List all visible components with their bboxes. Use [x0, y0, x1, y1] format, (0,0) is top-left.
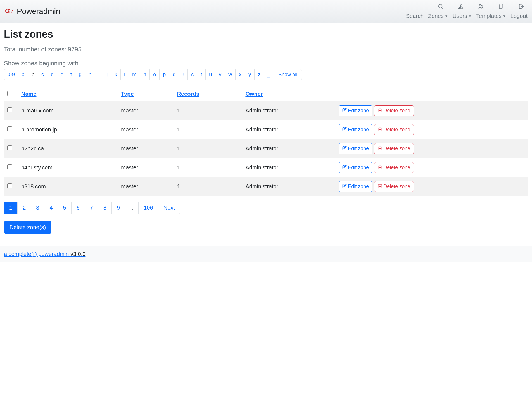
delete-zone-button[interactable]: Delete zone — [374, 143, 414, 154]
filter-q[interactable]: q — [169, 69, 179, 80]
filter-0-9[interactable]: 0-9 — [4, 69, 18, 80]
filter-g[interactable]: g — [75, 69, 85, 80]
filter-d[interactable]: d — [47, 69, 57, 80]
filter-show-all[interactable]: Show all — [274, 69, 302, 80]
trash-icon — [378, 146, 382, 152]
filter-a[interactable]: a — [18, 69, 28, 80]
delete-zones-button[interactable]: Delete zone(s) — [4, 221, 51, 234]
row-checkbox[interactable] — [7, 126, 12, 131]
page-2[interactable]: 2 — [17, 202, 31, 214]
users-icon[interactable] — [478, 3, 484, 11]
footer-link[interactable]: a complete(r) poweradmin v3.0.0 — [4, 251, 86, 257]
filter-r[interactable]: r — [179, 69, 188, 80]
filter-m[interactable]: m — [129, 69, 140, 80]
letter-filter: 0-9 a b c d e f g h i j k l m n o p q r … — [4, 69, 528, 80]
brand[interactable]: Poweradmin — [4, 6, 60, 16]
nav-search[interactable]: Search — [406, 13, 424, 19]
nav-zones[interactable]: Zones▼ — [428, 13, 448, 19]
nav-templates[interactable]: Templates▼ — [476, 13, 506, 19]
svg-point-6 — [459, 8, 460, 9]
logout-icon[interactable] — [518, 3, 524, 11]
filter-w[interactable]: w — [225, 69, 236, 80]
zone-records: 1 — [174, 101, 242, 120]
zone-owner: Administrator — [242, 101, 335, 120]
select-all-checkbox[interactable] — [7, 91, 12, 96]
page-last[interactable]: 106 — [138, 202, 158, 214]
filter-x[interactable]: x — [235, 69, 245, 80]
filter-underscore[interactable]: _ — [264, 69, 274, 80]
page-6[interactable]: 6 — [71, 202, 85, 214]
filter-n[interactable]: n — [140, 69, 150, 80]
filter-i[interactable]: i — [95, 69, 103, 80]
filter-k[interactable]: k — [111, 69, 121, 80]
col-type-header[interactable]: Type — [121, 91, 134, 97]
zone-owner: Administrator — [242, 158, 335, 177]
edit-icon — [342, 108, 347, 114]
zone-name: b918.com — [18, 177, 118, 196]
page-next[interactable]: Next — [158, 202, 180, 214]
filter-y[interactable]: y — [245, 69, 255, 80]
filter-e[interactable]: e — [57, 69, 67, 80]
table-row: b2b2c.camaster1AdministratorEdit zoneDel… — [4, 139, 528, 158]
filter-c[interactable]: c — [38, 69, 48, 80]
col-records-header[interactable]: Records — [177, 91, 200, 97]
zone-name: b4busty.com — [18, 158, 118, 177]
filter-label: Show zones beginning with — [4, 60, 528, 67]
row-checkbox[interactable] — [7, 164, 12, 169]
trash-icon — [378, 165, 382, 171]
svg-point-13 — [479, 5, 481, 6]
trash-icon — [378, 184, 382, 190]
delete-zone-button[interactable]: Delete zone — [374, 162, 414, 173]
filter-b[interactable]: b — [28, 69, 38, 80]
page-8[interactable]: 8 — [98, 202, 112, 214]
page-3[interactable]: 3 — [31, 202, 44, 214]
nav-users[interactable]: Users▼ — [453, 13, 472, 19]
templates-icon[interactable] — [498, 3, 504, 11]
edit-icon — [342, 127, 347, 133]
col-owner-header[interactable]: Owner — [245, 91, 263, 97]
zones-icon[interactable] — [458, 3, 464, 11]
filter-f[interactable]: f — [67, 69, 75, 80]
filter-p[interactable]: p — [159, 69, 169, 80]
filter-z[interactable]: z — [254, 69, 264, 80]
caret-down-icon: ▼ — [468, 14, 472, 18]
zones-table: Name Type Records Owner b-matrix.commast… — [4, 87, 528, 196]
edit-icon — [342, 146, 347, 152]
filter-j[interactable]: j — [103, 69, 111, 80]
filter-h[interactable]: h — [85, 69, 95, 80]
main-content: List zones Total number of zones: 9795 S… — [0, 23, 532, 239]
total-zones-count: Total number of zones: 9795 — [4, 46, 528, 53]
footer: a complete(r) poweradmin v3.0.0 — [0, 246, 532, 262]
row-checkbox[interactable] — [7, 145, 12, 150]
filter-t[interactable]: t — [197, 69, 206, 80]
nav-icon-row — [438, 3, 528, 11]
page-7[interactable]: 7 — [85, 202, 98, 214]
edit-zone-button[interactable]: Edit zone — [339, 105, 372, 116]
filter-s[interactable]: s — [187, 69, 197, 80]
filter-o[interactable]: o — [149, 69, 160, 80]
page-4[interactable]: 4 — [44, 202, 58, 214]
edit-zone-button[interactable]: Edit zone — [339, 124, 372, 135]
edit-zone-button[interactable]: Edit zone — [339, 181, 372, 192]
col-name-header[interactable]: Name — [21, 91, 36, 97]
trash-icon — [378, 108, 382, 114]
svg-point-14 — [481, 5, 483, 6]
filter-l[interactable]: l — [120, 69, 129, 80]
page-9[interactable]: 9 — [111, 202, 125, 214]
page-5[interactable]: 5 — [58, 202, 72, 214]
page-1[interactable]: 1 — [4, 202, 18, 214]
edit-zone-button[interactable]: Edit zone — [339, 162, 372, 173]
delete-zone-button[interactable]: Delete zone — [374, 181, 414, 192]
nav-logout[interactable]: Logout — [510, 13, 528, 19]
row-checkbox[interactable] — [7, 183, 12, 188]
search-icon[interactable] — [438, 3, 444, 11]
zone-records: 1 — [174, 177, 242, 196]
delete-zone-button[interactable]: Delete zone — [374, 105, 414, 116]
filter-u[interactable]: u — [205, 69, 215, 80]
row-checkbox[interactable] — [7, 107, 12, 112]
filter-v[interactable]: v — [215, 69, 225, 80]
brand-logo-icon — [4, 6, 13, 16]
edit-zone-button[interactable]: Edit zone — [339, 143, 372, 154]
zone-type: master — [118, 177, 174, 196]
delete-zone-button[interactable]: Delete zone — [374, 124, 414, 135]
